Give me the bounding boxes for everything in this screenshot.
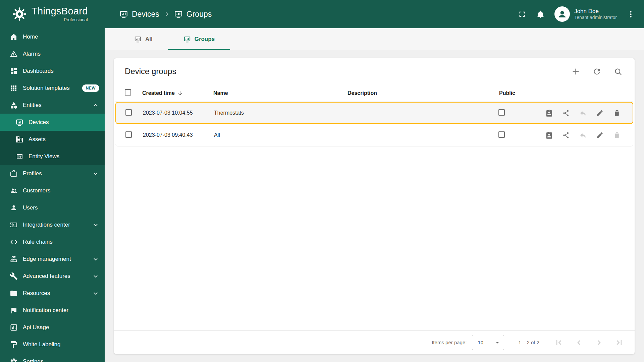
sidebar-item-label: Entity Views <box>29 153 59 160</box>
sidebar-item-devices[interactable]: Devices <box>0 114 105 131</box>
manage-group-users-button[interactable] <box>545 131 553 139</box>
flag-icon <box>10 306 18 314</box>
devices-icon <box>15 118 23 126</box>
edit-group-button[interactable] <box>596 109 603 117</box>
user-role: Tenant administrator <box>574 15 617 21</box>
chevron-down-icon <box>92 221 99 229</box>
page-title: Device groups <box>125 67 176 76</box>
build-icon <box>10 272 18 280</box>
sidebar-item-edge-management[interactable]: Edge management <box>0 250 105 267</box>
sidebar-item-label: Integrations center <box>23 222 70 228</box>
refresh-button[interactable] <box>592 67 601 76</box>
select-all-checkbox[interactable] <box>125 89 131 96</box>
sidebar-item-profiles[interactable]: Profiles <box>0 165 105 182</box>
sidebar-item-integrations-center[interactable]: Integrations center <box>0 216 105 233</box>
column-description[interactable]: Description <box>342 90 492 96</box>
search-button[interactable] <box>613 67 623 76</box>
sidebar-item-alarms[interactable]: Alarms <box>0 45 105 62</box>
fullscreen-icon[interactable] <box>518 10 527 19</box>
category-icon <box>10 101 18 109</box>
column-public[interactable]: Public <box>492 90 546 96</box>
edit-group-button[interactable] <box>596 131 603 139</box>
sidebar-item-users[interactable]: Users <box>0 199 105 216</box>
table-row-all[interactable]: 2023-07-03 09:40:43All <box>115 124 633 146</box>
sidebar-item-label: Dashboards <box>23 68 54 74</box>
user-menu[interactable]: John Doe Tenant administrator <box>554 6 617 22</box>
sidebar-item-api-usage[interactable]: Api Usage <box>0 319 105 336</box>
breadcrumb-devices[interactable]: Devices <box>119 10 159 19</box>
tab-all[interactable]: All <box>119 28 168 50</box>
more-menu-icon[interactable] <box>626 10 635 19</box>
sidebar-item-dashboards[interactable]: Dashboards <box>0 62 105 79</box>
first-page-button <box>554 338 564 347</box>
sidebar-item-label: Profiles <box>23 170 42 177</box>
sidebar-item-label: Home <box>23 34 38 40</box>
last-page-button <box>614 338 624 347</box>
breadcrumb-groups: Groups <box>174 10 212 19</box>
cell-created-time: 2023-07-03 10:04:55 <box>138 110 209 116</box>
sidebar-item-solution-templates[interactable]: Solution templatesNEW <box>0 79 105 97</box>
page-range-label: 1 – 2 of 2 <box>518 340 539 345</box>
paginator: Items per page: 10 1 – 2 of 2 <box>114 330 635 354</box>
device-groups-card: Device groups Created time Name Descript… <box>114 58 635 354</box>
column-name[interactable]: Name <box>208 90 342 96</box>
row-actions <box>545 131 633 139</box>
sidebar-item-label: Settings <box>23 358 43 362</box>
sidebar-item-assets[interactable]: Assets <box>0 131 105 148</box>
column-created-time[interactable]: Created time <box>137 90 208 96</box>
sidebar: HomeAlarmsDashboardsSolution templatesNE… <box>0 28 105 362</box>
sidebar-item-label: Edge management <box>23 256 71 262</box>
sidebar-item-entity-views[interactable]: Entity Views <box>0 148 105 165</box>
avatar <box>554 6 570 22</box>
delete-group-button <box>613 131 621 139</box>
app-logo[interactable]: ThingsBoard Professional <box>0 6 105 22</box>
sidebar-submenu: DevicesAssetsEntity Views <box>0 114 105 165</box>
card-toolbar <box>571 67 623 76</box>
manage-group-users-button[interactable] <box>545 109 553 117</box>
user-info: John Doe Tenant administrator <box>574 8 617 21</box>
folder-icon <box>10 289 18 297</box>
sidebar-item-advanced-features[interactable]: Advanced features <box>0 267 105 285</box>
app-name: ThingsBoard <box>32 6 88 16</box>
sidebar-item-customers[interactable]: Customers <box>0 182 105 199</box>
warning-icon <box>10 50 18 58</box>
share-group-button[interactable] <box>562 131 570 139</box>
sidebar-item-label: Notification center <box>23 307 68 314</box>
row-checkbox[interactable] <box>125 109 132 116</box>
delete-group-button[interactable] <box>613 109 621 117</box>
sort-desc-icon <box>177 90 183 96</box>
sidebar-item-label: Assets <box>29 136 46 143</box>
tab-groups[interactable]: Groups <box>168 28 230 50</box>
add-group-button[interactable] <box>571 67 580 76</box>
sidebar-item-label: Advanced features <box>23 273 70 280</box>
sidebar-item-label: Api Usage <box>23 324 49 331</box>
share-group-button[interactable] <box>562 109 570 117</box>
router-icon <box>10 255 18 263</box>
public-checkbox[interactable] <box>498 109 505 116</box>
card-header: Device groups <box>114 58 635 84</box>
sidebar-item-settings[interactable]: Settings <box>0 353 105 362</box>
sidebar-item-rule-chains[interactable]: Rule chains <box>0 233 105 250</box>
column-created-time-label: Created time <box>142 90 175 96</box>
sidebar-item-label: Users <box>23 204 38 211</box>
ethernet-icon <box>10 238 18 246</box>
table-row-thermostats[interactable]: 2023-07-03 10:04:55Thermostats <box>115 102 633 124</box>
notifications-icon[interactable] <box>536 10 545 19</box>
sidebar-item-white-labeling[interactable]: White Labeling <box>0 336 105 353</box>
sidebar-item-notification-center[interactable]: Notification center <box>0 302 105 319</box>
apps-icon <box>10 84 18 92</box>
sidebar-item-entities[interactable]: Entities <box>0 97 105 114</box>
gear-icon <box>10 358 18 362</box>
sidebar-item-home[interactable]: Home <box>0 28 105 45</box>
devices-icon <box>134 36 142 43</box>
next-page-button <box>594 338 604 347</box>
page-size-value: 10 <box>478 340 483 345</box>
page-size-select[interactable]: 10 <box>472 335 504 350</box>
public-checkbox[interactable] <box>498 131 505 138</box>
thingsboard-logo-icon <box>12 7 27 21</box>
sidebar-item-resources[interactable]: Resources <box>0 285 105 302</box>
row-checkbox[interactable] <box>125 131 132 138</box>
chevron-down-icon <box>494 339 501 346</box>
cell-name: Thermostats <box>209 110 343 116</box>
devices-icon <box>174 10 183 18</box>
